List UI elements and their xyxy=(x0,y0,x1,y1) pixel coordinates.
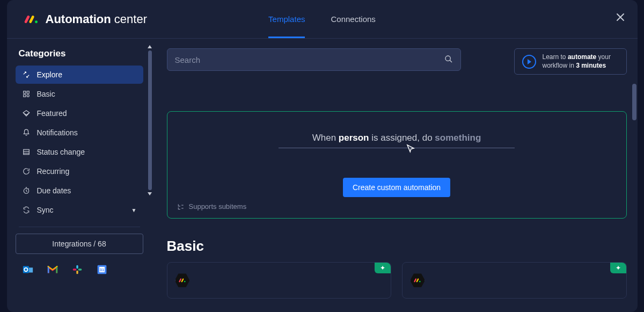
gmail-icon[interactable] xyxy=(47,264,58,275)
create-custom-automation-button[interactable]: Create custom automation xyxy=(343,178,450,197)
sidebar-item-notifications[interactable]: Notifications xyxy=(16,124,143,142)
sidebar-label: Due dates xyxy=(37,186,71,195)
learn-video-card[interactable]: Learn to automate your workflow in 3 min… xyxy=(514,48,627,75)
sidebar-heading: Categories xyxy=(19,48,143,59)
sidebar-label: Basic xyxy=(37,90,55,98)
sidebar-item-recurring[interactable]: Recurring xyxy=(16,162,143,180)
automation-card[interactable]: ✦ xyxy=(402,262,627,299)
svg-point-0 xyxy=(35,20,38,23)
explore-icon xyxy=(22,70,31,79)
app-title: Automation center xyxy=(46,12,147,26)
sidebar: Categories Explore Basic Featured xyxy=(7,39,152,312)
tab-connections[interactable]: Connections xyxy=(331,0,375,38)
sidebar-label: Status change xyxy=(37,148,85,156)
sentence-person[interactable]: person xyxy=(339,133,369,143)
recurring-icon xyxy=(22,167,31,176)
scroll-thumb[interactable] xyxy=(148,50,152,190)
svg-rect-5 xyxy=(23,149,29,154)
sparkle-badge-icon: ✦ xyxy=(375,263,391,273)
svg-rect-13 xyxy=(76,271,78,274)
supports-subitems-label: Supports subitems xyxy=(177,202,247,211)
cursor-icon xyxy=(406,143,415,156)
due-dates-icon xyxy=(22,186,31,195)
sync-icon xyxy=(22,206,31,214)
svg-rect-3 xyxy=(23,95,25,97)
svg-point-20 xyxy=(184,281,185,282)
svg-rect-11 xyxy=(76,265,78,269)
sentence-something[interactable]: something xyxy=(435,133,481,143)
tab-templates[interactable]: Templates xyxy=(268,0,305,38)
modal-header: Automation center Templates Connections xyxy=(7,0,638,39)
svg-point-21 xyxy=(419,281,420,282)
sidebar-label: Notifications xyxy=(37,128,78,137)
notifications-icon xyxy=(22,128,31,137)
section-heading-basic: Basic xyxy=(167,238,627,255)
page-scrollbar[interactable] xyxy=(632,84,636,120)
automation-sentence[interactable]: When person is assigned, do something xyxy=(279,133,515,148)
svg-point-4 xyxy=(27,95,29,97)
featured-icon xyxy=(22,109,31,118)
monday-hex-icon xyxy=(410,273,425,288)
svg-rect-12 xyxy=(78,269,82,270)
sidebar-label: Explore xyxy=(37,70,62,79)
integrations-button[interactable]: Integrations / 68 xyxy=(16,234,143,254)
outlook-icon[interactable] xyxy=(22,264,34,275)
sidebar-item-featured[interactable]: Featured xyxy=(16,104,143,122)
svg-text:31: 31 xyxy=(99,267,104,272)
sidebar-label: Sync xyxy=(37,206,54,214)
monday-logo-icon xyxy=(24,14,39,25)
main-content: Learn to automate your workflow in 3 min… xyxy=(152,39,638,312)
basic-icon xyxy=(22,90,31,98)
search-input[interactable] xyxy=(175,55,444,64)
learn-text: Learn to automate your workflow in 3 min… xyxy=(543,53,611,70)
svg-rect-1 xyxy=(23,91,25,93)
sidebar-item-due-dates[interactable]: Due dates xyxy=(16,182,143,200)
chevron-down-icon: ▼ xyxy=(131,207,137,213)
sidebar-item-explore[interactable]: Explore xyxy=(16,66,143,84)
svg-rect-14 xyxy=(72,269,76,270)
sidebar-item-basic[interactable]: Basic xyxy=(16,85,143,103)
automation-card[interactable]: ✦ xyxy=(167,262,392,299)
sidebar-label: Recurring xyxy=(37,167,70,176)
google-calendar-icon[interactable]: 31 xyxy=(96,264,108,275)
svg-rect-2 xyxy=(27,91,29,93)
custom-automation-card: When person is assigned, do something Cr… xyxy=(167,111,627,219)
svg-point-18 xyxy=(445,56,450,61)
sidebar-divider xyxy=(19,227,140,227)
sidebar-item-status-change[interactable]: Status change xyxy=(16,143,143,161)
status-change-icon xyxy=(22,148,31,156)
slack-icon[interactable] xyxy=(71,264,83,275)
search-box[interactable] xyxy=(167,48,461,71)
basic-cards-row: ✦ ✦ xyxy=(167,262,627,299)
sidebar-label: Featured xyxy=(37,109,67,118)
header-tabs: Templates Connections xyxy=(268,0,376,38)
integration-icons-row: 31 xyxy=(16,254,143,275)
sparkle-badge-icon: ✦ xyxy=(610,263,626,273)
close-button[interactable] xyxy=(616,13,625,24)
monday-hex-icon xyxy=(175,273,190,288)
sidebar-item-sync[interactable]: Sync ▼ xyxy=(16,201,143,219)
app-title-area: Automation center xyxy=(24,12,147,26)
sidebar-scrollbar[interactable] xyxy=(148,45,152,195)
search-icon xyxy=(444,55,453,65)
play-icon xyxy=(522,55,536,69)
svg-line-19 xyxy=(450,60,452,62)
